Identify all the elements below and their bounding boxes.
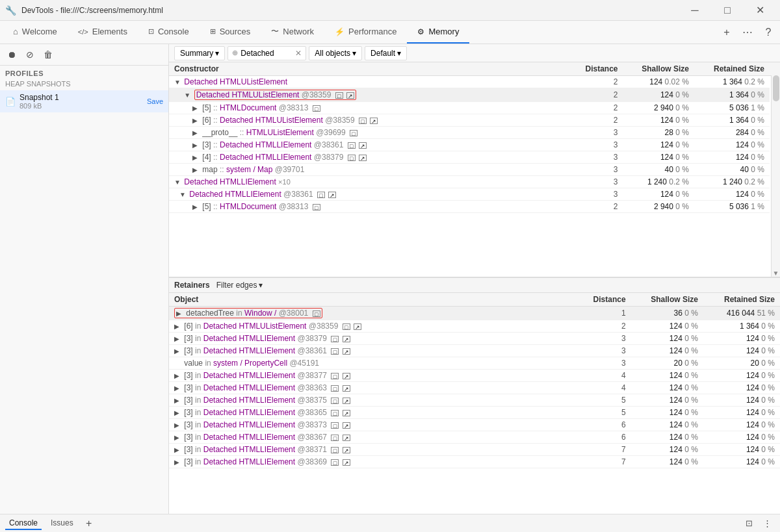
link-icon[interactable]: ↗ [343,398,350,404]
table-row[interactable]: ▶ [6] in Detached HTMLUListElement @3835… [169,320,780,333]
link-icon[interactable]: ↗ [354,323,361,330]
expand-icon[interactable]: ▶ [174,385,182,392]
close-button[interactable]: ✕ [745,0,775,21]
copy-icon[interactable]: □ [313,310,320,317]
new-tab-button[interactable]: + [718,23,736,42]
expand-icon[interactable]: ▼ [179,191,187,198]
filter-clear-button[interactable]: ✕ [295,49,302,58]
expand-icon[interactable]: ▶ [174,348,182,355]
stop-button[interactable]: ⊘ [22,47,38,62]
table-row[interactable]: ▶ [4] :: Detached HTMLLIElement @38379 □… [169,151,780,164]
table-row[interactable]: ▶ [3] in Detached HTMLLIElement @38367 □… [169,431,780,444]
link-icon[interactable]: ↗ [343,373,350,379]
table-row[interactable]: ▶ [3] :: Detached HTMLLIElement @38361 □… [169,139,780,151]
copy-icon[interactable]: □ [331,459,339,466]
link-icon[interactable]: ↗ [343,435,350,441]
expand-icon[interactable]: ▶ [174,335,182,342]
table-row[interactable]: ▼ Detached HTMLLIElement @38361 □ ↗ 3 12… [169,188,780,201]
expand-icon[interactable]: ▶ [192,117,200,124]
link-icon[interactable]: ↗ [343,410,350,416]
table-row[interactable]: ▶ [3] in Detached HTMLLIElement @38377 □… [169,370,780,382]
copy-icon[interactable]: □ [331,435,339,441]
link-icon[interactable]: ↗ [343,422,350,429]
more-button[interactable]: ⋯ [738,23,757,42]
expand-icon[interactable]: ▶ [174,323,182,330]
expand-icon[interactable]: ▶ [174,446,182,453]
copy-icon[interactable]: □ [313,105,320,112]
copy-icon[interactable]: □ [348,142,356,149]
copy-icon[interactable]: □ [348,155,356,161]
filter-input[interactable] [240,49,292,58]
table-row[interactable]: ▶ __proto__ :: HTMLUListElement @39699 □… [169,127,780,139]
copy-icon[interactable]: □ [331,398,339,404]
tab-welcome[interactable]: ⌂ Welcome [3,21,68,44]
table-row[interactable]: ▶ [3] in Detached HTMLLIElement @38373 □… [169,419,780,431]
copy-icon[interactable]: □ [359,118,367,124]
main-table-container[interactable]: Constructor Distance Shallow Size Retain… [169,62,780,277]
tab-memory[interactable]: ⚙ Memory [407,21,469,44]
tab-console-bottom[interactable]: Console [5,517,42,530]
tab-sources[interactable]: ⊞ Sources [200,21,261,44]
table-row[interactable]: ▼ Detached HTMLUListElement 2 124 0.02 %… [169,76,780,88]
link-icon[interactable]: ↗ [328,192,336,198]
help-button[interactable]: ? [759,23,777,42]
table-row[interactable]: ▶ [3] in Detached HTMLLIElement @38371 □… [169,444,780,456]
snapshot-save[interactable]: Save [147,97,163,105]
copy-icon[interactable]: □ [331,385,339,392]
tab-performance[interactable]: ⚡ Performance [324,21,407,44]
copy-icon[interactable]: □ [313,204,320,210]
expand-icon[interactable]: ▶ [192,142,200,149]
expand-icon[interactable]: ▶ [192,154,200,161]
all-objects-dropdown[interactable]: All objects ▾ [309,46,362,60]
link-icon[interactable]: ↗ [346,92,354,99]
copy-icon[interactable]: □ [331,336,339,342]
expand-icon[interactable]: ▶ [192,166,200,173]
default-dropdown[interactable]: Default ▾ [365,46,407,60]
copy-icon[interactable]: □ [350,130,358,136]
scrollbar[interactable]: ▼ [771,62,780,277]
scroll-down-arrow[interactable]: ▼ [773,270,779,277]
copy-to-clipboard-icon[interactable]: □ [335,92,343,99]
expand-icon[interactable]: ▶ [174,372,182,379]
snapshot-item[interactable]: 📄 Snapshot 1 809 kB Save [0,90,168,112]
expand-icon[interactable]: ▼ [174,79,182,86]
copy-icon[interactable]: □ [331,373,339,379]
link-icon[interactable]: ↗ [343,348,350,355]
tab-console[interactable]: ⊡ Console [138,21,200,44]
link-icon[interactable]: ↗ [359,155,367,161]
clear-button[interactable]: 🗑 [40,47,56,62]
table-row[interactable]: ▶ value in system / PropertyCell @45191 … [169,357,780,370]
expand-icon[interactable]: ▶ [174,434,182,441]
table-row[interactable]: ▶ [3] in Detached HTMLLIElement @38365 □… [169,407,780,419]
expand-icon[interactable]: ▼ [184,92,192,99]
copy-icon[interactable]: □ [331,410,339,416]
expand-icon[interactable]: ▶ [174,422,182,429]
tab-network[interactable]: 〜 Network [261,21,324,44]
summary-dropdown[interactable]: Summary ▾ [174,46,225,60]
add-tab-button[interactable]: + [83,517,96,530]
retainers-table-container[interactable]: Object Distance Shallow Size Retained Si… [169,293,780,514]
table-row[interactable]: ▶ map :: system / Map @39701 3 40 0 % 40… [169,164,780,176]
table-row[interactable]: ▶ [5] :: HTMLDocument @38313 □ 2 2 940 0… [169,102,780,114]
link-icon[interactable]: ↗ [343,459,350,466]
table-row[interactable]: ▶ detachedTree in Window / @38001 □ 1 36… [169,307,780,320]
scrollbar-thumb[interactable] [773,75,779,101]
filter-edges-button[interactable]: Filter edges ▾ [214,280,266,290]
settings-icon[interactable]: ⋮ [759,516,775,531]
link-icon[interactable]: ↗ [370,118,378,124]
expand-icon[interactable]: ▶ [192,203,200,210]
copy-icon[interactable]: □ [331,348,339,355]
table-row[interactable]: ▼ Detached HTMLLIElement ×10 3 1 240 0.2… [169,176,780,188]
expand-icon[interactable]: ▶ [174,459,182,466]
expand-icon[interactable]: ▼ [174,179,182,186]
maximize-button[interactable]: □ [712,0,742,21]
copy-icon[interactable]: □ [343,323,350,330]
table-row[interactable]: ▼ Detached HTMLUListElement @38359 □ ↗ 2… [169,88,780,102]
table-row[interactable]: ▶ [5] :: HTMLDocument @38313 □ 2 2 940 0… [169,201,780,213]
table-row[interactable]: ▶ [6] :: Detached HTMLUListElement @3835… [169,114,780,127]
copy-icon[interactable]: □ [331,447,339,453]
expand-icon[interactable]: ▶ [174,397,182,404]
minimize-button[interactable]: ─ [680,0,710,21]
table-row[interactable]: ▶ [3] in Detached HTMLLIElement @38361 □… [169,345,780,357]
link-icon[interactable]: ↗ [343,385,350,392]
